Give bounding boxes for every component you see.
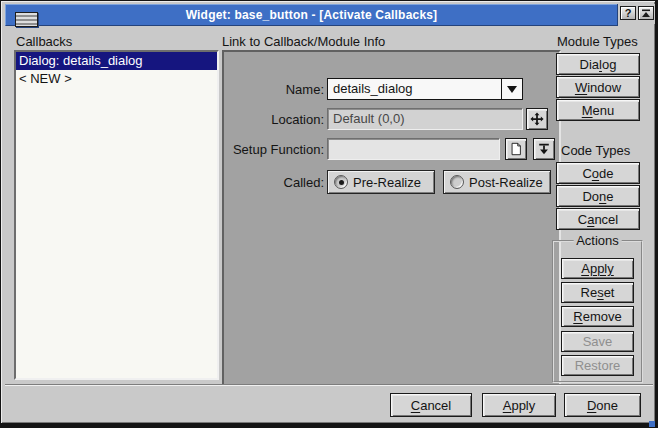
action-apply-button[interactable]: Apply: [561, 258, 634, 279]
post-realize-label: Post-Realize: [469, 175, 543, 190]
module-types-label: Module Types: [557, 34, 638, 49]
down-arrow-from-bar-icon: [537, 142, 551, 156]
callbacks-list: Dialog: details_dialog < NEW >: [14, 50, 219, 380]
info-panel-label: Link to Callback/Module Info: [222, 34, 385, 49]
module-type-menu-button[interactable]: Menu: [556, 99, 640, 121]
location-label: Location:: [271, 112, 324, 127]
name-label: Name:: [286, 82, 324, 97]
radio-indicator: [334, 175, 348, 189]
maximize-icon: [641, 8, 651, 18]
action-restore-button: Restore: [561, 355, 634, 376]
new-function-button[interactable]: [505, 138, 527, 160]
new-document-icon: [509, 142, 523, 156]
location-move-button[interactable]: [526, 108, 548, 130]
setup-function-label: Setup Function:: [233, 142, 324, 157]
post-realize-toggle[interactable]: Post-Realize: [443, 170, 551, 194]
dropdown-arrow-icon: [507, 86, 517, 93]
pick-function-button[interactable]: [533, 138, 555, 160]
module-type-dialog-button[interactable]: Dialog: [556, 53, 640, 75]
pre-realize-toggle[interactable]: Pre-Realize: [327, 170, 435, 194]
called-label: Called:: [284, 175, 324, 190]
name-value: details_dialog: [328, 79, 501, 99]
callback-list-item-new[interactable]: < NEW >: [16, 70, 217, 88]
footer-done-button[interactable]: Done: [564, 393, 641, 417]
footer-cancel-button[interactable]: Cancel: [390, 393, 472, 417]
titlebar[interactable]: Widget: base_button - [Activate Callback…: [5, 4, 618, 26]
window-title: Widget: base_button - [Activate Callback…: [6, 8, 617, 22]
module-type-window-button[interactable]: Window: [556, 76, 640, 98]
action-reset-button[interactable]: Reset: [561, 282, 634, 303]
callback-list-item[interactable]: Dialog: details_dialog: [16, 52, 217, 70]
radio-indicator: [450, 175, 464, 189]
name-dropdown-button[interactable]: [501, 79, 522, 99]
code-type-cancel-button[interactable]: Cancel: [556, 208, 640, 230]
callbacks-label: Callbacks: [16, 34, 72, 49]
code-type-code-button[interactable]: Code: [556, 162, 640, 184]
action-remove-button[interactable]: Remove: [561, 306, 634, 327]
setup-function-input[interactable]: [327, 138, 500, 160]
actions-group: Actions Apply Reset Remove Save Restore: [552, 240, 643, 383]
code-type-done-button[interactable]: Done: [556, 185, 640, 207]
name-combobox[interactable]: details_dialog: [327, 78, 523, 100]
actions-group-label: Actions: [573, 233, 622, 248]
maximize-button[interactable]: [638, 6, 654, 20]
footer-separator: [5, 384, 653, 386]
location-field: Default (0,0): [327, 108, 523, 130]
callback-info-panel: Name: details_dialog Location: Default (…: [222, 50, 561, 386]
resize-corner[interactable]: [649, 421, 655, 427]
code-types-label: Code Types: [561, 143, 630, 158]
pre-realize-label: Pre-Realize: [353, 175, 421, 190]
move-icon: [530, 112, 544, 126]
footer-apply-button[interactable]: Apply: [482, 393, 556, 417]
application-window: Widget: base_button - [Activate Callback…: [0, 0, 658, 428]
help-button[interactable]: ?: [620, 6, 636, 20]
action-save-button: Save: [561, 331, 634, 352]
